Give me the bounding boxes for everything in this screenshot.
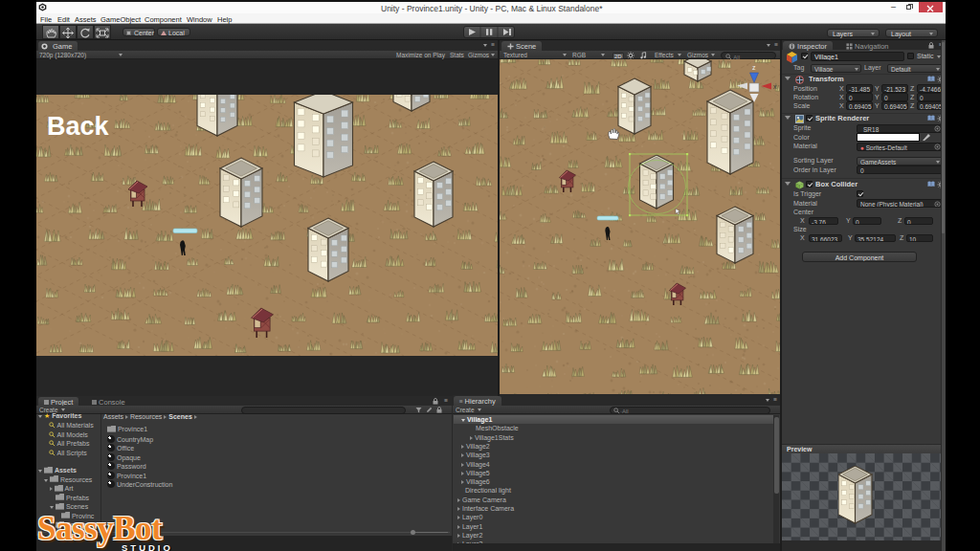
svg-text:Back: Back — [47, 112, 110, 141]
svg-text:z: z — [752, 64, 756, 71]
svg-text:x: x — [773, 83, 777, 90]
